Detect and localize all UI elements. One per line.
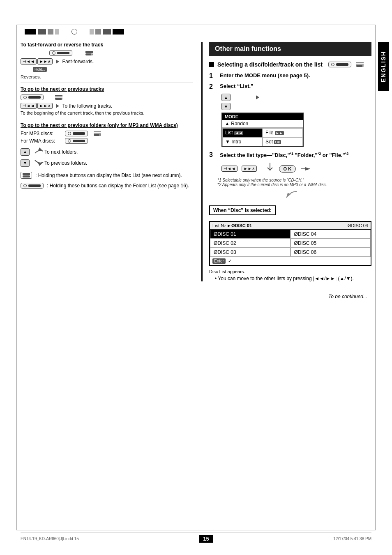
when-disc-section: When “Disc” is selected: List № ►ØDISC 0…	[209, 205, 371, 281]
step-3-text: Select the list type—"Disc,"*1 "Folder,"…	[220, 152, 348, 158]
disc-list-enter: Enter ✓	[210, 257, 371, 265]
curved-arrow-svg	[280, 189, 301, 202]
when-disc-heading: When “Disc” is selected:	[209, 205, 276, 215]
step-2-text: Select “List.”	[220, 83, 254, 89]
footnote-2: *2 Appears only if the current disc is a…	[217, 182, 371, 187]
disc-list-appears: Disc List appears.	[209, 269, 371, 274]
disc-list-note: You can move to the other lists by press…	[215, 276, 371, 281]
step-2: 2 Select “List.”	[209, 83, 371, 90]
when-disc-text: When “Disc” is selected:	[213, 207, 272, 213]
step3-btn-next[interactable]: ►►∧	[242, 166, 257, 172]
mode-list-item[interactable]: List ◄◄	[222, 128, 263, 137]
step-2-content: Select “List.”	[220, 83, 371, 89]
step3-buttons: ⊣◄◄ ►►∧ O K	[221, 162, 371, 175]
step-1-text: Enter the MODE menu (see page 5).	[220, 72, 310, 78]
fast-forward-diagram: ⊣◄◄ ►►∧ Fast-forwards. Hold...	[21, 58, 193, 72]
mode-menu-header: MODE	[222, 113, 303, 120]
step-1-content: Enter the MODE menu (see page 5).	[220, 72, 371, 78]
disc-list-header-left: List № ►ØDISC 01	[212, 223, 252, 228]
footnotes: *1 Selectable only when the source is “C…	[217, 178, 371, 187]
arrow-curved-up	[33, 147, 45, 155]
mode-menu-body: List ◄◄ File ►► ▼ Intro Set OK	[222, 128, 303, 146]
step-3: 3 Select the list type—"Disc,"*1 "Folder…	[209, 151, 371, 159]
btn-prev-1[interactable]: ⊣◄◄	[21, 58, 37, 64]
device-dot-right	[331, 63, 334, 66]
mode-intro-item[interactable]: ▼ Intro	[222, 137, 263, 146]
continuation-arrow	[209, 189, 371, 203]
footer: EN14-19_KD-AR860[J]f.indd 15 15 12/17/04…	[21, 532, 371, 543]
english-tab: ENGLISH	[378, 42, 389, 91]
ok-button[interactable]: O K	[279, 165, 296, 173]
disc-item-03[interactable]: ØDISC 03	[210, 248, 291, 257]
down-arrow-container: ▼	[221, 103, 371, 110]
disc-list: List № ►ØDISC 01 ØDISC 04 ØDISC 01 ØDISC…	[209, 221, 371, 266]
down-arrow-btn[interactable]: ▼	[221, 103, 231, 110]
arrow-right-1	[56, 60, 59, 64]
enter-icon: ✓	[228, 258, 232, 264]
btn-row-ff: ⊣◄◄ ►►∧ Fast-forwards.	[21, 58, 193, 64]
footnote-1: *1 Selectable only when the source is “C…	[217, 178, 371, 182]
updown-arrows: ▲	[221, 94, 371, 101]
mode-random: ▲ Randon	[222, 120, 303, 128]
step-num-3: 3	[209, 151, 217, 159]
step3-arrow-right	[300, 165, 312, 173]
disc-item-01[interactable]: ØDISC 01	[210, 230, 291, 239]
disc-list-body: ØDISC 01 ØDISC 04 ØDISC 02 ØDISC 05 ØDIS…	[210, 230, 371, 257]
step3-btn-prev[interactable]: ⊣◄◄	[221, 166, 238, 172]
fast-forward-label: Fast-forwards.	[62, 59, 94, 64]
disc-list-header: List № ►ØDISC 01 ØDISC 04	[210, 222, 371, 230]
right-header: Other main functions	[209, 42, 371, 56]
enter-btn[interactable]: Enter	[212, 258, 226, 264]
disc-item-05[interactable]: ØDISC 05	[291, 239, 371, 248]
step3-arrow-down	[265, 162, 275, 174]
up-arrow-btn[interactable]: ▲	[221, 94, 231, 101]
disc-item-02[interactable]: ØDISC 02	[210, 239, 291, 248]
step-1: 1 Enter the MODE menu (see page 5).	[209, 72, 371, 80]
step-num-2: 2	[209, 83, 217, 90]
subsection-title: Selecting a disc/folder/track on the lis…	[217, 61, 323, 68]
mode-set-item[interactable]: Set OK	[263, 137, 303, 146]
right-column: ENGLISH Other main functions Selecting a…	[201, 42, 371, 281]
disc-list-header-right: ØDISC 04	[348, 223, 368, 228]
black-square-icon	[209, 62, 214, 67]
arrow-curved-down	[33, 158, 45, 166]
step-num-1: 1	[209, 72, 217, 80]
subsection-head: Selecting a disc/folder/track on the lis…	[209, 61, 371, 68]
hold-label-container: Hold...	[33, 66, 193, 72]
footer-right: 12/17/04 5:41:38 PM	[333, 537, 371, 541]
disc-item-06[interactable]: ØDISC 06	[291, 248, 371, 257]
device-lines-right: ||	[356, 62, 364, 67]
btn-next-1[interactable]: ►►∧	[37, 58, 53, 64]
page-number: 15	[199, 535, 213, 543]
mode-file-item[interactable]: File ►►	[263, 128, 303, 137]
device-slot-right	[336, 63, 348, 66]
btn-pair-left: ⊣◄◄ ►►∧	[21, 58, 53, 64]
disc-item-04[interactable]: ØDISC 04	[291, 230, 371, 239]
mode-menu: MODE ▲ Randon List ◄◄ File ►► ▼ Intro Se…	[221, 113, 304, 147]
d-line-r1	[356, 62, 364, 63]
hold-label: Hold...	[33, 67, 47, 72]
device-box-right	[328, 62, 351, 67]
step-3-content: Select the list type—"Disc,"*1 "Folder,"…	[220, 151, 371, 158]
arrow-right-mode	[256, 95, 259, 99]
footer-left: EN14-19_KD-AR860[J]f.indd 15	[21, 537, 79, 541]
